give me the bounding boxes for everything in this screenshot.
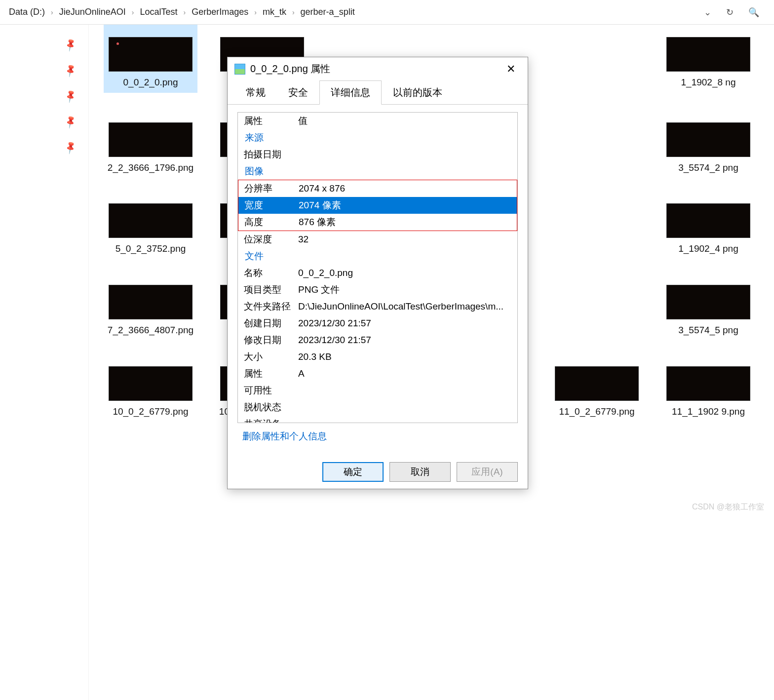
ok-button[interactable]: 确定 [322,462,384,482]
image-file-icon [234,64,245,75]
prop-value: 0_0_2_0.png [298,268,511,278]
file-item[interactable]: 3_5574_2 png [661,122,755,174]
file-item[interactable]: 2_2_3666_1796.png [104,122,197,174]
prop-label: 位深度 [244,233,298,246]
pin-icon[interactable]: 📌 [63,140,78,156]
file-name: 3_5574_5 png [678,324,738,337]
prop-label: 脱机状态 [244,401,298,414]
prop-label: 共享设备 [244,418,298,423]
prop-label: 分辨率 [244,182,299,195]
chevron-right-icon: › [51,8,53,16]
dropdown-icon[interactable]: ⌄ [704,7,711,18]
close-button[interactable]: ✕ [501,63,521,76]
file-name: 1_1902_4 png [678,243,738,255]
chevron-right-icon: › [132,8,134,16]
prop-label: 拍摄日期 [244,148,298,161]
file-item[interactable]: 1_1902_4 png [661,203,755,255]
section-file: 文件 [238,248,517,265]
dialog-tabs: 常规 安全 详细信息 以前的版本 [228,80,528,105]
file-item[interactable]: 5_0_2_3752.png [104,203,197,255]
prop-label: 宽度 [244,199,299,212]
prop-label: 项目类型 [244,283,298,296]
file-name: 0_0_2_0.png [123,77,178,89]
file-name: 11_1_1902 9.png [672,406,745,418]
prop-label: 修改日期 [244,334,298,347]
prop-value: 2074 x 876 [299,183,511,194]
section-image: 图像 [238,163,517,180]
apply-button[interactable]: 应用(A) [457,462,518,482]
crumb-5[interactable]: gerber-a_split [297,4,359,20]
dialog-titlebar: 0_0_2_0.png 属性 ✕ [228,57,528,80]
prop-value: 20.3 KB [298,351,511,362]
prop-value: D:\JieJunOnlineAOI\LocalTest\GerberImage… [298,301,511,312]
crumb-2[interactable]: LocalTest [136,4,181,20]
prop-value: A [298,368,511,379]
chevron-right-icon: › [183,8,186,16]
col-attr: 属性 [244,115,298,127]
prop-value: PNG 文件 [298,283,511,296]
tab-general[interactable]: 常规 [234,80,277,105]
pin-icon[interactable]: 📌 [63,63,78,78]
file-name: 11_0_2_6779.png [559,406,634,418]
prop-label: 创建日期 [244,317,298,330]
prop-label: 文件夹路径 [244,300,298,313]
file-name: 2_2_3666_1796.png [108,162,194,174]
prop-value: 2023/12/30 21:57 [298,318,511,329]
quick-access-pins: 📌 📌 📌 📌 📌 [0,25,89,700]
col-val: 值 [298,115,511,127]
tab-security[interactable]: 安全 [277,80,319,105]
file-name: 7_2_3666_4807.png [108,324,194,337]
file-item[interactable] [550,37,644,93]
refresh-icon[interactable]: ↻ [726,7,734,18]
file-item[interactable]: 3_5574_5 png [661,285,755,337]
prop-label: 可用性 [244,384,298,397]
file-item[interactable] [550,122,644,174]
file-item[interactable] [550,285,644,337]
remove-properties-link[interactable]: 删除属性和个人信息 [237,423,332,448]
crumb-4[interactable]: mk_tk [259,4,290,20]
pin-icon[interactable]: 📌 [63,89,78,104]
file-name: 5_0_2_3752.png [116,243,186,255]
prop-label: 属性 [244,367,298,380]
file-name: 10_0_2_6779.png [113,406,188,418]
file-item[interactable]: 7_2_3666_4807.png [104,285,197,337]
prop-value: 2023/12/30 21:57 [298,335,511,346]
selected-row[interactable]: 宽度2074 像素 [238,197,517,214]
prop-value: 876 像素 [299,216,511,229]
prop-value: 32 [298,234,511,245]
crumb-1[interactable]: JieJunOnlineAOI [55,4,130,20]
prop-value: 2074 像素 [299,199,511,212]
section-source: 来源 [238,129,517,146]
pin-icon[interactable]: 📌 [63,38,78,53]
file-name: 1_1902_8 ng [681,77,736,89]
tab-previous[interactable]: 以前的版本 [382,80,454,105]
dialog-title: 0_0_2_0.png 属性 [250,62,496,76]
file-item[interactable]: 11_1_1902 9.png [661,366,755,430]
breadcrumb: Data (D:)› JieJunOnlineAOI› LocalTest› G… [5,4,704,20]
crumb-3[interactable]: GerberImages [188,4,252,20]
properties-list[interactable]: 属性值 来源 拍摄日期 图像 分辨率2074 x 876 宽度2074 像素 高… [237,112,518,423]
file-item[interactable]: 10_0_2_6779.png [104,366,197,430]
prop-label: 高度 [244,216,299,229]
file-item[interactable] [550,203,644,255]
pin-icon[interactable]: 📌 [63,115,78,130]
prop-label: 大小 [244,350,298,363]
watermark: CSDN @老狼工作室 [692,502,764,512]
properties-dialog: 0_0_2_0.png 属性 ✕ 常规 安全 详细信息 以前的版本 属性值 来源… [227,57,528,489]
address-bar: Data (D:)› JieJunOnlineAOI› LocalTest› G… [0,0,774,25]
prop-label: 名称 [244,267,298,279]
file-item[interactable]: 0_0_2_0.png [104,25,197,93]
file-item[interactable]: 1_1902_8 ng [661,37,755,93]
file-item[interactable]: 11_0_2_6779.png [550,366,644,430]
chevron-right-icon: › [292,8,295,16]
tab-details[interactable]: 详细信息 [319,80,382,105]
cancel-button[interactable]: 取消 [389,462,451,482]
crumb-0[interactable]: Data (D:) [5,4,49,20]
search-icon[interactable]: 🔍 [748,7,759,18]
file-name: 3_5574_2 png [678,162,738,174]
chevron-right-icon: › [254,8,257,16]
